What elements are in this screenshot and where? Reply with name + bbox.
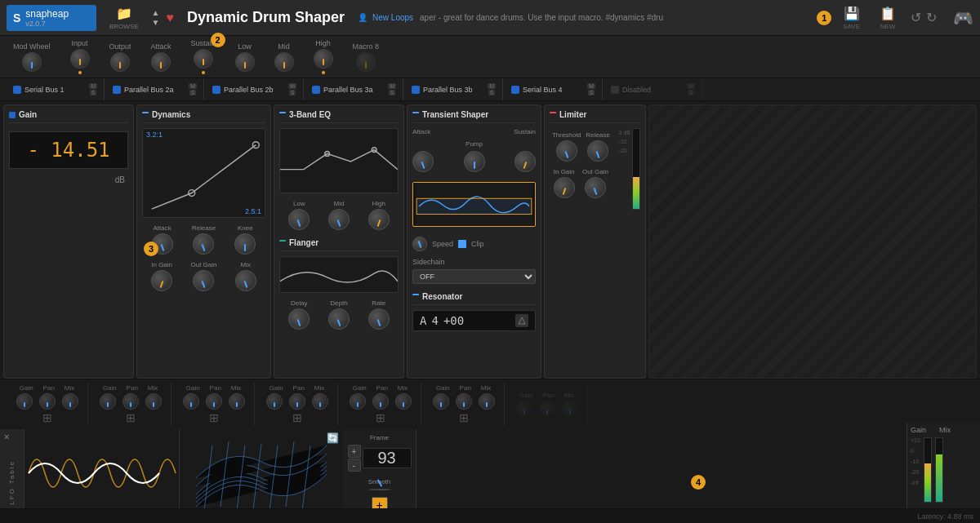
ch-link-icon-2[interactable]: ⊞	[126, 411, 136, 424]
eq-graph[interactable]	[279, 128, 399, 193]
ch-pan-knob-2[interactable]	[122, 393, 139, 410]
lfo-3d-svg	[180, 429, 343, 517]
ch-labels-7: Gain Pan Mix	[519, 392, 575, 399]
ch-knobs-1	[16, 393, 78, 410]
ch-gain-knob-6[interactable]	[433, 393, 449, 410]
ch-gain-knob-2[interactable]	[100, 393, 116, 410]
patch-author: aper - great for dance drums. Use the in…	[420, 13, 810, 22]
limiter-release-knob[interactable]	[587, 140, 608, 162]
macro-knob-low[interactable]	[235, 52, 255, 72]
dynamics-mix-knob[interactable]	[235, 270, 256, 291]
ch-mix-knob-7[interactable]	[562, 401, 578, 417]
bus-disabled[interactable]: Disabled M S	[604, 78, 702, 100]
folder-icon: 📁	[116, 6, 132, 21]
transient-sidechain-select[interactable]: OFF Bus 1 Bus 2	[412, 269, 536, 284]
flanger-graph[interactable]	[279, 256, 399, 293]
flanger-rate-knob[interactable]	[368, 308, 390, 330]
ch-pan-knob-4[interactable]	[289, 393, 305, 410]
lfo-smooth-knob[interactable]	[368, 489, 391, 490]
ch-link-icon-5[interactable]: ⊞	[376, 411, 385, 424]
save-button[interactable]: 💾 SAVE	[838, 4, 865, 32]
gamepad-icon[interactable]: 🎮	[953, 8, 973, 28]
resonator-display[interactable]: A 4 +00	[412, 310, 536, 331]
dynamics-knobs-row2: In Gain Out Gain Mix	[142, 261, 265, 291]
transient-pump-knob[interactable]	[464, 151, 485, 172]
ch-link-icon-4[interactable]: ⊞	[292, 411, 302, 424]
eq-low-knob[interactable]	[288, 209, 310, 230]
bus-parallel3b[interactable]: Parallel Bus 3b M S	[405, 78, 503, 100]
transient-indicator	[412, 112, 419, 118]
dynamics-ingain-knob[interactable]	[151, 270, 172, 291]
transient-clip-checkbox[interactable]	[458, 240, 466, 248]
flanger-delay-knob[interactable]	[288, 308, 310, 330]
limiter-outgain-knob[interactable]	[585, 177, 606, 198]
nav-up-icon[interactable]: ▲	[152, 8, 160, 18]
gain-display[interactable]: - 14.51	[9, 131, 128, 169]
transient-speed-knob[interactable]	[412, 237, 427, 251]
lfo-frame-value[interactable]: 93	[363, 448, 412, 468]
transient-sustain-knob[interactable]	[514, 151, 536, 172]
ch-gain-knob-1[interactable]	[16, 393, 33, 410]
ch-link-icon-6[interactable]: ⊞	[459, 411, 469, 424]
ch-gain-knob-3[interactable]	[183, 393, 199, 410]
macro-knob-modwheel[interactable]	[22, 52, 42, 72]
ch-pan-knob-5[interactable]	[372, 393, 389, 410]
ch-mix-knob-2[interactable]	[145, 393, 162, 410]
undo-button[interactable]: ↺	[911, 10, 921, 25]
favorite-icon[interactable]: ♥	[166, 11, 174, 25]
lfo-close-button[interactable]: ✕	[3, 432, 10, 441]
lfo-table-label: LFO Table	[8, 460, 16, 505]
ch-pan-knob-6[interactable]	[456, 393, 472, 410]
annotation-2: 2	[211, 33, 225, 47]
eq-mid-knob[interactable]	[328, 209, 350, 230]
dynamics-release-knob[interactable]	[193, 233, 214, 255]
bus-label-serial4: Serial Bus 4	[523, 86, 563, 94]
limiter-threshold-knob[interactable]	[556, 140, 577, 162]
ch-mix-knob-1[interactable]	[62, 393, 78, 410]
macro-knob-sustain[interactable]	[194, 49, 213, 69]
ch-gain-knob-4[interactable]	[266, 393, 283, 410]
macro-knob-attack[interactable]	[151, 52, 171, 72]
macro-knob-mid[interactable]	[274, 52, 294, 72]
nav-down-icon[interactable]: ▼	[152, 18, 160, 28]
ch-slot-5: Gain Pan Mix ⊞	[340, 383, 421, 426]
bus-parallel2b[interactable]: Parallel Bus 2b M S	[206, 78, 304, 100]
lfo-frame-minus[interactable]: -	[348, 459, 361, 472]
ch-pan-knob-3[interactable]	[206, 393, 222, 410]
ch-gain-knob-5[interactable]	[350, 393, 366, 410]
redo-button[interactable]: ↻	[926, 10, 937, 25]
bus-serial4[interactable]: Serial Bus 4 M S	[505, 78, 603, 100]
nav-arrows[interactable]: ▲ ▼	[152, 8, 160, 28]
eq-high-knob[interactable]	[368, 209, 390, 230]
bus-parallel3a[interactable]: Parallel Bus 3a M S	[305, 78, 403, 100]
dynamics-graph[interactable]: 3.2:1 2.5:1	[142, 128, 265, 218]
macro-knob-macro8[interactable]	[356, 52, 376, 72]
lfo-frame-plus[interactable]: +	[348, 445, 361, 458]
ch-link-icon-1[interactable]: ⊞	[42, 411, 52, 424]
ch-pan-knob-7[interactable]	[539, 401, 555, 417]
macro-knob-high[interactable]	[314, 49, 333, 69]
new-button[interactable]: 📋 NEW	[875, 4, 901, 32]
ch-mix-knob-4[interactable]	[312, 393, 328, 410]
bus-serial1[interactable]: Serial Bus 1 M S	[7, 78, 105, 100]
dynamics-outgain-knob[interactable]	[193, 270, 214, 291]
ch-mix-knob-6[interactable]	[479, 393, 495, 410]
transient-graph[interactable]	[412, 182, 536, 227]
ch-pan-knob-1[interactable]	[39, 393, 56, 410]
browse-area[interactable]: 📁 BROWSE	[103, 6, 145, 30]
ch-link-icon-3[interactable]: ⊞	[209, 411, 219, 424]
lfo-loop-icon[interactable]: 🔄	[327, 432, 339, 444]
bus-parallel2a[interactable]: Parallel Bus 2a M S	[106, 78, 204, 100]
patch-author-link[interactable]: New Loops	[372, 13, 413, 22]
flanger-depth-knob[interactable]	[328, 308, 350, 330]
ch-mix-knob-5[interactable]	[395, 393, 412, 410]
limiter-ingain-knob[interactable]	[554, 177, 575, 198]
ch-mix-knob-3[interactable]	[229, 393, 245, 410]
macro-knob-input[interactable]	[70, 49, 90, 69]
eq-title: 3-Band EQ	[289, 110, 331, 119]
resonator-tune-icon[interactable]	[515, 314, 528, 327]
macro-knob-output[interactable]	[110, 52, 130, 72]
transient-attack-knob[interactable]	[412, 151, 434, 172]
dynamics-knee-knob[interactable]	[234, 233, 256, 255]
ch-gain-knob-7[interactable]	[516, 401, 532, 417]
